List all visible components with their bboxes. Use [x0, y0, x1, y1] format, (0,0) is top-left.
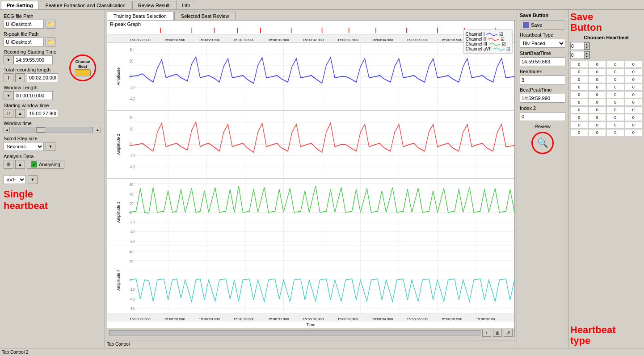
window-time-track[interactable]	[12, 127, 93, 133]
hb-cell-7-1[interactable]: 0	[589, 114, 606, 121]
hb-cell-4-3[interactable]: 0	[625, 91, 643, 98]
spin-2-input[interactable]	[571, 51, 584, 59]
window-time-right-arrow[interactable]: ►	[95, 127, 101, 133]
starting-window-up-btn[interactable]: ▲	[15, 109, 25, 118]
spin-row-1: ▲ ▼	[570, 42, 642, 50]
spin-2-up[interactable]: ▲	[584, 51, 589, 55]
scroll-step-group: Scroll Step size Seconds Minutes ▼	[4, 136, 101, 151]
choose-beat-button[interactable]	[75, 69, 91, 76]
ecg-file-path-input[interactable]: U:\Desktop\	[4, 20, 44, 29]
spin-1-up[interactable]: ▲	[584, 42, 589, 46]
analysis-III-btn[interactable]: III	[4, 160, 13, 169]
hb-cell-2-0[interactable]: 0	[570, 76, 588, 83]
recording-start-input[interactable]: 14:59:55.900	[13, 55, 53, 64]
channel-I-button[interactable]: I	[4, 73, 13, 82]
beat-index-input[interactable]: 3	[520, 75, 565, 84]
spin-row-2: ▲ ▼	[570, 51, 642, 59]
hb-cell-1-2[interactable]: 0	[606, 68, 624, 75]
window-length-down-btn[interactable]: ▼	[4, 91, 13, 100]
hb-cell-0-0[interactable]: 0	[570, 61, 588, 68]
window-time-left-arrow[interactable]: ◄	[4, 127, 10, 133]
hb-cell-8-3[interactable]: 0	[625, 121, 643, 129]
hb-cell-6-0[interactable]: 0	[570, 106, 588, 113]
hb-cell-1-3[interactable]: 0	[625, 68, 643, 75]
zoom-in-button[interactable]: +	[482, 329, 491, 337]
svg-text:15:00:31.900: 15:00:31.900	[268, 38, 289, 42]
hb-cell-9-2[interactable]: 0	[606, 129, 624, 136]
tab-pre-setting[interactable]: Pre-Setting	[1, 1, 39, 9]
hb-cell-2-2[interactable]: 0	[606, 76, 624, 83]
analyse-button[interactable]: ✓ Analysing	[27, 160, 64, 169]
tab-training-beats[interactable]: Training Beats Selection	[107, 12, 173, 20]
window-time-thumb[interactable]	[36, 127, 45, 133]
tab-info[interactable]: Info	[176, 1, 196, 9]
scroll-step-dropdown[interactable]: Seconds Minutes	[4, 142, 44, 151]
avf-dropdown[interactable]: aVF I II III	[4, 175, 26, 184]
tab-feature-extraction[interactable]: Feature Extraction and Classification	[40, 1, 131, 9]
hb-cell-7-2[interactable]: 0	[606, 114, 624, 121]
hb-cell-5-0[interactable]: 0	[570, 99, 588, 106]
avf-down-btn[interactable]: ▼	[28, 175, 38, 184]
hb-cell-7-3[interactable]: 0	[625, 114, 643, 121]
x-axis-title: Time	[107, 322, 514, 328]
ecg-folder-button[interactable]: 📁	[46, 20, 55, 29]
hb-cell-8-1[interactable]: 0	[589, 121, 606, 129]
hb-cell-8-2[interactable]: 0	[606, 121, 624, 129]
hb-cell-8-0[interactable]: 0	[570, 121, 588, 129]
start-beat-time-input[interactable]: 14:59:59.663	[520, 57, 565, 66]
scroll-step-down-btn[interactable]: ▼	[46, 142, 55, 151]
spin-2-down[interactable]: ▼	[584, 55, 589, 59]
horizontal-scrollbar[interactable]	[109, 330, 480, 335]
starting-window-input[interactable]: 15:00:27.900	[27, 109, 58, 118]
hb-cell-9-0[interactable]: 0	[570, 129, 588, 136]
starting-window-II-btn[interactable]: II	[4, 109, 13, 118]
hb-cell-1-0[interactable]: 0	[570, 68, 588, 75]
hb-cell-2-1[interactable]: 0	[589, 76, 606, 83]
hb-cell-0-2[interactable]: 0	[606, 61, 624, 68]
chart-channel-III: Amplitude 3	[107, 179, 514, 247]
hb-cell-6-1[interactable]: 0	[589, 106, 606, 113]
hb-cell-9-3[interactable]: 0	[625, 129, 643, 136]
hb-cell-0-1[interactable]: 0	[589, 61, 606, 68]
rpeak-folder-button[interactable]: 📁	[46, 38, 55, 46]
spin-1-input[interactable]	[571, 42, 584, 50]
hb-cell-4-0[interactable]: 0	[570, 91, 588, 98]
hb-cell-5-2[interactable]: 0	[606, 99, 624, 106]
save-button[interactable]: Save	[520, 21, 565, 29]
hb-cell-3-0[interactable]: 0	[570, 84, 588, 91]
hb-cell-5-1[interactable]: 0	[589, 99, 606, 106]
channel-I-up-button[interactable]: ▲	[15, 73, 25, 82]
tab-selected-beat-review[interactable]: Selected Beat Review	[174, 12, 236, 20]
spin-1-down[interactable]: ▼	[584, 46, 589, 50]
hb-cell-1-1[interactable]: 0	[589, 68, 606, 75]
hb-cell-3-1[interactable]: 0	[589, 84, 606, 91]
hb-cell-2-3[interactable]: 0	[625, 76, 643, 83]
svg-text:15:00:30.900: 15:00:30.900	[233, 38, 254, 42]
hb-cell-5-3[interactable]: 0	[625, 99, 643, 106]
total-recording-input[interactable]: 00:02:00.000	[27, 73, 58, 82]
index2-input[interactable]: 0	[520, 112, 565, 121]
hb-cell-7-0[interactable]: 0	[570, 114, 588, 121]
channel-III-svg-area: 60 40 20 0 -20 -40 -60	[130, 179, 514, 246]
hb-cell-6-3[interactable]: 0	[625, 106, 643, 113]
window-length-input[interactable]: 00:00:10.000	[13, 91, 53, 100]
hb-cell-0-3[interactable]: 0	[625, 61, 643, 68]
hb-cell-4-2[interactable]: 0	[606, 91, 624, 98]
hb-cell-3-3[interactable]: 0	[625, 84, 643, 91]
review-button[interactable]: 🔍	[531, 132, 554, 154]
analysis-up-btn[interactable]: ▲	[15, 160, 25, 169]
zoom-fit-button[interactable]: ⊞	[493, 329, 502, 337]
zoom-out-button[interactable]: ↺	[504, 329, 513, 337]
svg-text:-20: -20	[130, 153, 135, 158]
hb-cell-4-1[interactable]: 0	[589, 91, 606, 98]
rpeak-file-path-input[interactable]: U:\Desktop\	[4, 38, 44, 46]
starting-window-group: Starting window time II ▲ 15:00:27.900	[4, 103, 101, 118]
hb-cell-6-2[interactable]: 0	[606, 106, 624, 113]
heartbeat-grid-container: 0 0 0 0 0 0 0 0 0 0 0 0 0 0	[570, 61, 642, 321]
heartbeat-type-dropdown[interactable]: Biv-Paced Normal PVC PAC Other	[520, 39, 565, 48]
recording-start-down-btn[interactable]: ▼	[4, 55, 13, 64]
hb-cell-3-2[interactable]: 0	[606, 84, 624, 91]
hb-cell-9-1[interactable]: 0	[589, 129, 606, 136]
tab-review-result[interactable]: Review Result	[132, 1, 175, 9]
beat-peak-time-input[interactable]: 14:59:59.990	[520, 94, 565, 103]
